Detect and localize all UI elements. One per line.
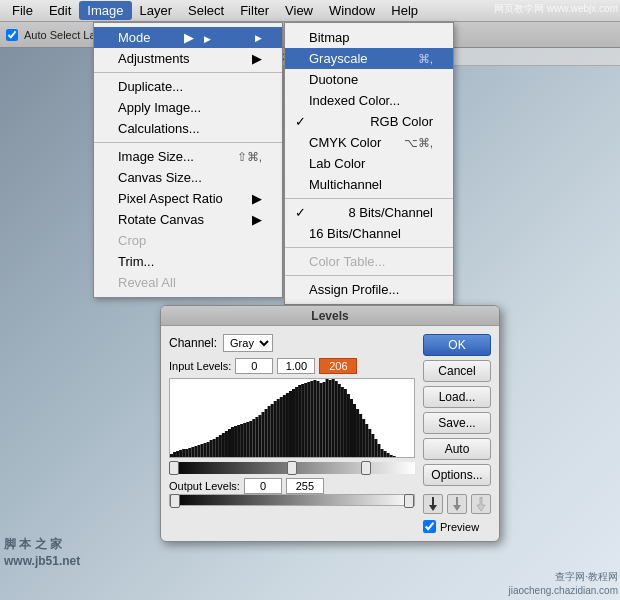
svg-rect-59 — [350, 399, 353, 458]
svg-rect-28 — [255, 417, 258, 458]
svg-rect-3 — [179, 450, 182, 458]
menu-filter[interactable]: Filter — [232, 1, 277, 20]
eyedropper-row — [423, 494, 491, 514]
svg-rect-27 — [252, 419, 255, 458]
menu-item-apply-image[interactable]: Apply Image... — [94, 97, 282, 118]
histogram — [169, 378, 415, 458]
preview-row: Preview — [423, 520, 491, 533]
svg-rect-53 — [332, 379, 335, 458]
menu-view[interactable]: View — [277, 1, 321, 20]
eyedropper-white[interactable] — [471, 494, 491, 514]
svg-rect-57 — [344, 389, 347, 458]
input-level-black[interactable]: 0 — [235, 358, 273, 374]
menu-item-mode[interactable]: Mode ▶ — [94, 27, 282, 48]
svg-rect-26 — [249, 421, 252, 458]
svg-rect-72 — [390, 455, 393, 458]
menu-image[interactable]: Image — [79, 1, 131, 20]
eyedropper-black[interactable] — [423, 494, 443, 514]
output-level-black[interactable]: 0 — [244, 478, 282, 494]
output-level-white[interactable]: 255 — [286, 478, 324, 494]
ok-button[interactable]: OK — [423, 334, 491, 356]
svg-rect-9 — [197, 445, 200, 458]
menu-file[interactable]: File — [4, 1, 41, 20]
input-level-mid[interactable]: 1.00 — [277, 358, 315, 374]
levels-dialog: Levels Channel: Gray Input Levels: 0 1.0… — [160, 305, 500, 542]
slider-white[interactable] — [361, 461, 371, 475]
input-level-white[interactable]: 206 — [319, 358, 357, 374]
pixel-aspect-arrow: ▶ — [252, 191, 262, 206]
auto-button[interactable]: Auto — [423, 438, 491, 460]
menu-item-duplicate[interactable]: Duplicate... — [94, 76, 282, 97]
svg-rect-33 — [271, 404, 274, 458]
mode-rgb-color[interactable]: ✓RGB Color — [285, 111, 453, 132]
menu-item-calculations[interactable]: Calculations... — [94, 118, 282, 139]
preview-label: Preview — [440, 521, 479, 533]
svg-rect-45 — [307, 382, 310, 458]
svg-rect-15 — [216, 437, 219, 458]
input-levels-row: Input Levels: 0 1.00 206 — [169, 358, 415, 374]
cancel-button[interactable]: Cancel — [423, 360, 491, 382]
svg-rect-71 — [387, 453, 390, 458]
menu-item-adjustments[interactable]: Adjustments ▶ — [94, 48, 282, 69]
svg-rect-74 — [396, 457, 399, 458]
mode-lab-color[interactable]: Lab Color — [285, 153, 453, 174]
menu-item-trim[interactable]: Trim... — [94, 251, 282, 272]
menu-item-canvas-size[interactable]: Canvas Size... — [94, 167, 282, 188]
svg-rect-30 — [262, 412, 265, 458]
output-slider-black[interactable] — [170, 494, 180, 508]
cmyk-shortcut: ⌥⌘, — [404, 136, 433, 150]
svg-rect-68 — [377, 444, 380, 458]
preview-checkbox[interactable] — [423, 520, 436, 533]
slider-black[interactable] — [169, 461, 179, 475]
menu-edit[interactable]: Edit — [41, 1, 79, 20]
levels-channel-row: Channel: Gray — [169, 334, 415, 352]
load-button[interactable]: Load... — [423, 386, 491, 408]
wm-bl-line1: 脚 本 之 家 — [4, 536, 80, 553]
input-slider-track — [169, 462, 415, 474]
menu-select[interactable]: Select — [180, 1, 232, 20]
svg-rect-20 — [231, 427, 234, 458]
mode-8bits[interactable]: ✓8 Bits/Channel — [285, 202, 453, 223]
eyedropper-gray[interactable] — [447, 494, 467, 514]
menu-layer[interactable]: Layer — [132, 1, 181, 20]
mode-multichannel[interactable]: Multichannel — [285, 174, 453, 195]
svg-rect-42 — [298, 385, 301, 458]
menu-window[interactable]: Window — [321, 1, 383, 20]
svg-rect-7 — [191, 447, 194, 458]
watermark-top-right: 网页教学网 www.webjx.com — [494, 2, 618, 16]
mode-assign-profile[interactable]: Assign Profile... — [285, 279, 453, 300]
mode-bitmap[interactable]: Bitmap — [285, 27, 453, 48]
mode-16bits[interactable]: 16 Bits/Channel — [285, 223, 453, 244]
options-button[interactable]: Options... — [423, 464, 491, 486]
svg-rect-11 — [204, 443, 207, 458]
menu-help[interactable]: Help — [383, 1, 426, 20]
svg-rect-38 — [286, 393, 289, 458]
menu-item-image-size[interactable]: Image Size... ⇧⌘, — [94, 146, 282, 167]
output-slider-white[interactable] — [404, 494, 414, 508]
mode-cmyk-color[interactable]: CMYK Color ⌥⌘, — [285, 132, 453, 153]
svg-rect-46 — [310, 381, 313, 458]
svg-rect-40 — [292, 389, 295, 458]
save-button[interactable]: Save... — [423, 412, 491, 434]
auto-select-checkbox[interactable] — [6, 29, 18, 41]
mode-sep-1 — [285, 198, 453, 199]
mode-duotone[interactable]: Duotone — [285, 69, 453, 90]
slider-mid[interactable] — [287, 461, 297, 475]
channel-select[interactable]: Gray — [223, 334, 273, 352]
svg-rect-24 — [243, 423, 246, 458]
output-slider-track — [169, 494, 415, 506]
svg-rect-4 — [182, 449, 185, 458]
svg-rect-52 — [329, 380, 332, 458]
mode-grayscale[interactable]: Grayscale ⌘, — [285, 48, 453, 69]
svg-rect-5 — [185, 449, 188, 458]
svg-rect-25 — [246, 422, 249, 458]
svg-rect-49 — [319, 383, 322, 458]
svg-rect-44 — [304, 383, 307, 458]
mode-indexed-color[interactable]: Indexed Color... — [285, 90, 453, 111]
levels-titlebar: Levels — [161, 306, 499, 326]
svg-rect-16 — [219, 435, 222, 458]
menu-item-rotate-canvas[interactable]: Rotate Canvas ▶ — [94, 209, 282, 230]
svg-rect-6 — [188, 448, 191, 458]
separator-2 — [94, 142, 282, 143]
menu-item-pixel-aspect[interactable]: Pixel Aspect Ratio ▶ — [94, 188, 282, 209]
